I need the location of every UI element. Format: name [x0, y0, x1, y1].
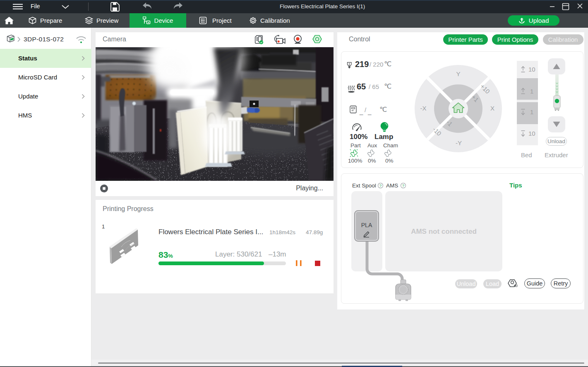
svg-text:?: ? [379, 183, 382, 188]
svg-text:-Y: -Y [456, 139, 462, 146]
svg-text:1: 1 [530, 88, 533, 95]
svg-text:10: 10 [528, 130, 535, 137]
svg-text:Y: Y [456, 70, 460, 77]
svg-text:?: ? [402, 183, 404, 188]
svg-text:10: 10 [528, 66, 535, 73]
svg-text:-X: -X [420, 105, 427, 112]
svg-text:1: 1 [530, 108, 533, 115]
svg-text:X: X [490, 105, 494, 112]
